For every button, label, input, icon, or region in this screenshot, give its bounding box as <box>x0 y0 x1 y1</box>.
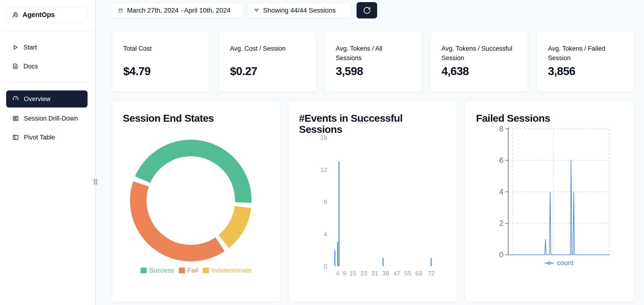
chart-card-events-in-successful-sessions: 0481216491523313947556372 #Events in Suc… <box>288 101 458 302</box>
filter-icon <box>254 8 259 13</box>
sidebar-item-label: Session Drill-Down <box>24 115 78 122</box>
sidebar-item-pivot-table[interactable]: Pivot Table <box>6 130 88 145</box>
svg-text:12: 12 <box>320 166 327 173</box>
stat-label: Avg. Tokens / Failed Session <box>548 44 626 63</box>
brand-logo-card[interactable]: AgentOps <box>6 7 87 23</box>
legend-label: Fail <box>188 267 198 274</box>
chart-card-failed-sessions: 02468 Failed Sessions count <box>465 101 634 302</box>
svg-text:0: 0 <box>499 250 504 259</box>
sidebar-item-start[interactable]: Start <box>6 41 88 54</box>
stat-card-total-cost: Total Cost $4.79 <box>112 31 210 92</box>
agentops-dashboard: { "app": { "background": "#f8fafc", "acc… <box>0 0 644 305</box>
grip-dots-icon <box>93 179 98 185</box>
date-range-label: March 27th, 2024 - April 10th, 2024 <box>127 7 230 14</box>
stat-label: Total Cost <box>123 44 201 53</box>
stat-card-avg-cost-session: Avg. Cost / Session $0.27 <box>218 31 316 92</box>
legend-swatch-indeterminate <box>203 267 209 273</box>
stat-label: Avg. Cost / Session <box>230 44 308 53</box>
sidebar-drag-handle[interactable] <box>92 178 99 186</box>
svg-text:4: 4 <box>336 270 340 277</box>
legend-label: Success <box>149 267 174 274</box>
sidebar-resize-divider <box>95 0 96 305</box>
panel-left-icon <box>12 134 19 141</box>
stat-card-avg-tokens-failed: Avg. Tokens / Failed Session 3,856 <box>536 31 634 92</box>
svg-text:4: 4 <box>324 231 327 238</box>
legend-swatch-fail <box>179 267 185 273</box>
list-icon <box>12 115 19 122</box>
stat-value: 3,856 <box>548 65 575 78</box>
sessions-filter-button[interactable]: Showing 44/44 Sessions <box>247 2 351 19</box>
svg-text:16: 16 <box>320 134 327 141</box>
svg-text:39: 39 <box>382 270 389 277</box>
legend-item-success: Success <box>140 267 174 274</box>
sidebar-divider <box>2 82 92 82</box>
svg-text:6: 6 <box>499 156 504 165</box>
svg-text:2: 2 <box>499 219 504 228</box>
sidebar-item-label: Start <box>24 44 37 51</box>
svg-text:0: 0 <box>324 263 327 270</box>
stat-label: Avg. Tokens / Successful Session <box>442 44 520 63</box>
sessions-filter-label: Showing 44/44 Sessions <box>263 7 336 14</box>
svg-text:4: 4 <box>499 187 504 196</box>
svg-text:9: 9 <box>343 270 346 277</box>
sidebar-item-session-drill-down[interactable]: Session Drill-Down <box>6 111 88 126</box>
svg-text:72: 72 <box>428 270 434 277</box>
svg-text:47: 47 <box>393 270 400 277</box>
legend-item-indeterminate: Indeterminate <box>203 267 252 274</box>
legend-swatch-success <box>140 267 147 273</box>
calendar-icon <box>118 8 123 13</box>
stat-value: 4,638 <box>442 65 469 78</box>
brand-name: AgentOps <box>22 11 55 19</box>
legend-item-fail: Fail <box>179 267 198 274</box>
svg-text:31: 31 <box>371 270 378 277</box>
date-range-button[interactable]: March 27th, 2024 - April 10th, 2024 <box>112 2 244 19</box>
sidebar-divider <box>2 31 92 31</box>
chart-title: Session End States <box>123 113 214 124</box>
svg-text:8: 8 <box>499 124 504 133</box>
docs-icon <box>12 63 18 69</box>
sidebar-item-label: Pivot Table <box>24 134 55 141</box>
sidebar-item-label: Docs <box>24 63 38 70</box>
donut-legend: Success Fail Indeterminate <box>112 267 280 274</box>
refresh-button[interactable] <box>356 2 377 19</box>
sidebar-item-label: Overview <box>24 95 51 103</box>
chart-title: #Events in Successful Sessions <box>299 113 402 135</box>
line-marker-icon <box>544 261 554 265</box>
stat-card-avg-tokens-successful: Avg. Tokens / Successful Session 4,638 <box>430 31 528 92</box>
chart-card-session-end-states: Session End States Success Fail Indeterm… <box>112 101 280 302</box>
sidebar-item-docs[interactable]: Docs <box>6 60 88 73</box>
svg-text:15: 15 <box>349 270 356 277</box>
failed-sessions-line-chart: 02468 <box>465 101 635 302</box>
line-legend: count <box>508 259 610 267</box>
svg-text:8: 8 <box>324 198 327 206</box>
legend-label: count <box>557 259 574 267</box>
refresh-icon <box>363 7 371 15</box>
gauge-icon <box>12 96 19 102</box>
sidebar-item-overview[interactable]: Overview <box>6 91 88 108</box>
stat-value: $0.27 <box>230 65 257 78</box>
stat-value: 3,598 <box>336 65 363 78</box>
stat-value: $4.79 <box>123 65 150 78</box>
stat-label: Avg. Tokens / All Sessions <box>336 44 414 63</box>
svg-text:23: 23 <box>360 270 367 277</box>
play-icon <box>12 44 18 51</box>
svg-text:55: 55 <box>404 270 411 277</box>
sidebar: AgentOps Start Docs Overview Session D <box>0 0 95 305</box>
chart-title: Failed Sessions <box>476 113 550 124</box>
agentops-logo-icon <box>11 11 19 19</box>
legend-label: Indeterminate <box>211 267 252 274</box>
svg-text:63: 63 <box>415 270 422 277</box>
stat-card-avg-tokens-all: Avg. Tokens / All Sessions 3,598 <box>324 31 422 92</box>
